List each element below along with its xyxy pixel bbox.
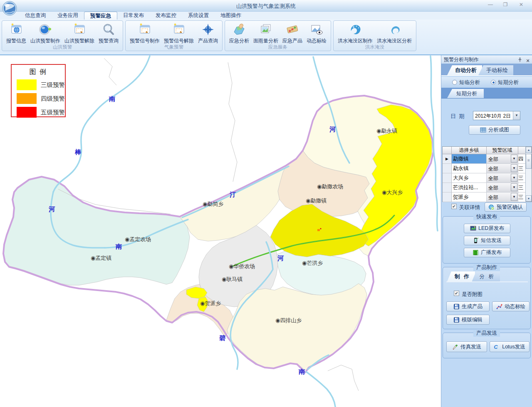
fax-send-button[interactable]: 传真发送 <box>446 341 487 352</box>
table-row-2[interactable]: 大兴乡全部▼三 <box>443 173 532 183</box>
maximize-button[interactable]: ❐ <box>500 2 511 9</box>
product-query-button[interactable]: 产品查询 <box>196 22 220 44</box>
region-mengding[interactable] <box>3 177 190 285</box>
region-dropdown-4[interactable]: 全部▼ <box>487 192 518 202</box>
tab-make[interactable]: 制 作 <box>447 271 475 281</box>
region-dropdown-1[interactable]: 全部▼ <box>487 164 518 173</box>
row-selector-3[interactable] <box>443 183 452 192</box>
town-label-1[interactable]: ◉勐撒农场 <box>317 183 343 190</box>
save-icon <box>453 317 460 323</box>
dropdown-arrow-icon[interactable]: ▼ <box>511 174 517 182</box>
minimize-button[interactable]: — <box>485 2 496 9</box>
region-dropdown-3[interactable]: 全部▼ <box>487 183 518 192</box>
dropdown-arrow-icon[interactable]: ▼ <box>511 183 517 191</box>
analyze-map-button[interactable]: 分析成图 <box>469 125 520 135</box>
river-label-6: 河 <box>277 254 284 261</box>
table-row-4[interactable]: 贺派乡全部▼三 <box>443 192 532 202</box>
radio-shortterm-analysis[interactable]: 短期分析 <box>491 79 519 86</box>
quick-publish-caption: 快速发布 <box>473 213 500 220</box>
town-label-5[interactable]: ◉孟定农场 <box>125 236 151 242</box>
template-edit-button[interactable]: 模版编辑 <box>446 315 490 325</box>
broadcast-publish-button[interactable]: 广播发布 <box>464 248 510 257</box>
confirm-warning-area-button[interactable]: 预警区确认 <box>485 202 527 212</box>
signal-make-button[interactable]: 预警信号制作 <box>128 22 162 44</box>
dropdown-arrow-icon[interactable]: ▼ <box>511 193 517 201</box>
ribbon-toolbar: 报警信息山洪预警制作山洪预警解除预警查询山洪预警预警信号制作预警信号解除产品查询… <box>0 20 532 55</box>
legend-swatch-1 <box>17 93 37 104</box>
scroll-up-icon[interactable]: ▲ <box>526 147 532 153</box>
dropdown-arrow-icon[interactable]: ▼ <box>511 164 517 172</box>
town-cell-3[interactable]: 芒洪拉祜... <box>452 183 487 192</box>
emer-analysis-button[interactable]: 应急分析 <box>227 22 251 44</box>
lotus-send-button[interactable]: CLotus发送 <box>490 341 530 352</box>
town-label-9[interactable]: ◉耿马镇 <box>222 276 242 282</box>
menu-tab-3[interactable]: 日常发布 <box>117 12 150 20</box>
dynamic-plot-button[interactable]: 动态标绘 <box>492 301 530 311</box>
dyn-plot-button[interactable]: 动态标绘 <box>304 22 329 44</box>
town-label-6[interactable]: ◉孟定镇 <box>91 255 111 261</box>
flood-zone-analysis-icon <box>387 22 401 37</box>
tab-short-term-analysis[interactable]: 短期分析 <box>447 89 484 98</box>
town-cell-4[interactable]: 贺派乡 <box>452 192 487 202</box>
menu-tab-4[interactable]: 发布监控 <box>150 12 182 20</box>
row-selector-4[interactable] <box>443 192 452 202</box>
grid-icon <box>480 127 486 133</box>
rain-analysis-button[interactable]: 面雨量分析 <box>251 22 280 44</box>
legend-title: 图 例 <box>12 68 65 76</box>
town-label-11[interactable]: ◉四排山乡 <box>275 317 302 323</box>
flood-zone-analysis-button[interactable]: 洪水淹没区分析 <box>375 22 414 44</box>
warn-query-button[interactable]: 预警查询 <box>97 22 121 44</box>
close-button[interactable]: ✕ <box>515 2 527 9</box>
region-dropdown-2[interactable]: 全部▼ <box>487 173 518 183</box>
emer-analysis-icon <box>232 22 246 37</box>
town-label-10[interactable]: ◉贺派乡 <box>200 300 221 306</box>
product-send-caption: 产品发送 <box>473 330 500 337</box>
menu-tab-1[interactable]: 业务应用 <box>52 12 84 20</box>
town-label-2[interactable]: ◉大兴乡 <box>382 189 403 195</box>
dropdown-arrow-icon[interactable]: ▼ <box>511 155 517 163</box>
radio-nowcast-analysis[interactable]: 短临分析 <box>452 79 480 86</box>
town-label-0[interactable]: ◉勐永镇 <box>376 128 397 134</box>
signal-clear-button[interactable]: 预警信号解除 <box>162 22 196 44</box>
emer-product-button[interactable]: 应急产品 <box>280 22 304 44</box>
tab-auto-analysis[interactable]: 自动分析 <box>447 65 482 75</box>
table-header-partial <box>518 147 526 154</box>
town-label-7[interactable]: ◉华侨农场 <box>229 263 255 269</box>
menu-tab-5[interactable]: 系统设置 <box>182 12 215 20</box>
tab-manual-plot[interactable]: 手动标绘 <box>478 65 513 75</box>
table-row-3[interactable]: 芒洪拉祜...全部▼三 <box>443 183 532 192</box>
menu-tab-0[interactable]: 信息查询 <box>19 12 52 20</box>
date-dropdown[interactable]: 2012年10月 2日 ▼ <box>473 111 520 120</box>
town-label-3[interactable]: ◉勐撒镇 <box>306 197 327 204</box>
row-selector-2[interactable] <box>443 173 452 183</box>
town-cell-2[interactable]: 大兴乡 <box>452 173 487 183</box>
sms-send-button[interactable]: 短信发送 <box>464 236 510 245</box>
region-dropdown-0[interactable]: 全部▼ <box>487 154 518 164</box>
date-dropdown-arrow-icon[interactable]: ▼ <box>513 111 520 120</box>
attach-image-checkbox[interactable]: ✔ <box>454 291 459 296</box>
map-canvas[interactable]: ◉勐永镇◉勐撒农场◉大兴乡◉勐撒镇◉勐简乡◉孟定农场◉孟定镇◉华侨农场◉芒洪乡◉… <box>0 55 441 407</box>
town-label-4[interactable]: ◉勐简乡 <box>203 201 223 207</box>
flood-make-button[interactable]: 山洪预警制作 <box>28 22 62 44</box>
pin-icon[interactable] <box>517 57 523 62</box>
led-publish-button[interactable]: LED屏发布 <box>464 224 510 233</box>
table-row-0[interactable]: ▶勐撒镇全部▼四 <box>443 154 532 164</box>
alarm-info-button[interactable]: 报警信息 <box>4 22 28 44</box>
panel-close-icon[interactable]: ✕ <box>525 57 531 62</box>
town-cell-1[interactable]: 勐永镇 <box>452 164 487 173</box>
link-detail-checkbox[interactable]: ✔ <box>451 204 457 209</box>
menu-tab-2[interactable]: 预警应急 <box>84 12 117 20</box>
town-cell-0[interactable]: 勐撒镇 <box>452 154 487 164</box>
town-label-8[interactable]: ◉芒洪乡 <box>302 260 323 266</box>
scroll-down-icon[interactable]: ▼ <box>526 195 532 202</box>
generate-product-button[interactable]: 生成产品 <box>446 301 490 311</box>
menu-tab-6[interactable]: 地图操作 <box>215 12 247 20</box>
tab-analysis[interactable]: 分 析 <box>472 271 500 281</box>
row-selector-1[interactable] <box>443 164 452 173</box>
scroll-thumb[interactable] <box>526 154 532 169</box>
table-row-1[interactable]: 勐永镇全部▼三 <box>443 164 532 173</box>
row-selector-0[interactable]: ▶ <box>443 154 452 164</box>
table-scrollbar[interactable]: ▲ ▼ <box>525 147 532 202</box>
flood-clear-button[interactable]: 山洪预警解除 <box>62 22 97 44</box>
flood-zone-make-button[interactable]: 洪水淹没区制作 <box>336 22 375 44</box>
